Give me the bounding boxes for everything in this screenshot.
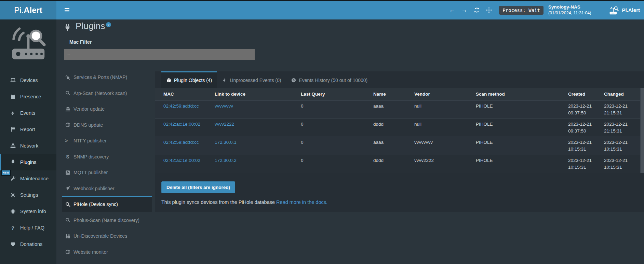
app-name: Pi.Alert [622,7,640,13]
microchip-icon [9,209,16,214]
cell-created: 2023-12-21 09:37:50 [568,119,604,137]
plugin-nav-item-arp-scan[interactable]: Arp-Scan (Network scan) [62,85,152,101]
delete-all-button[interactable]: Delete all (filters are ignored) [161,181,235,193]
cube-icon [166,78,171,83]
hamburger-icon[interactable] [63,5,71,15]
plugin-nav-item-pihole-device-sync[interactable]: PiHole (Device sync) [62,196,152,212]
help-badge[interactable]: ? [106,22,111,27]
host-name: Synology-NAS [548,4,591,10]
column-header-link: Link to device [215,88,301,101]
sidebar-item-plugins[interactable]: Plugins [0,154,56,170]
cell-mac: 02:42:59:ad:fd:cc [155,101,215,119]
column-header-vendor: Vendor [414,88,476,101]
plugin-nav-item-ntfy-publisher[interactable]: >_ NTFY publisher [62,133,152,149]
cell-scan_method: PIHOLE [476,119,568,137]
arrows-move-icon[interactable] [483,1,495,19]
cell-vendor: vvvv2222 [414,155,476,173]
link-link[interactable]: 172.30.0.1 [215,140,237,145]
pialert-logo-art [10,26,46,64]
mac-filter-input[interactable] [64,49,255,60]
plugin-nav-item-mqtt-publisher[interactable]: MQTT publisher [62,164,152,180]
cell-link: 172.30.0.1 [215,137,301,155]
search-icon [64,218,71,223]
cell-scan_method: PIHOLE [476,155,568,173]
question-icon: ? [9,225,16,231]
sidebar-item-network[interactable]: Network [0,138,56,154]
cell-vendor: null [414,101,476,119]
column-header-changed: Changed [604,88,644,101]
tab-events-history[interactable]: Events History (50 out of 10000) [286,71,373,88]
cell-changed: 2023-12-21 21:15:31 [604,119,644,137]
plugin-nav-item-vendor-update[interactable]: Vendor update [62,101,152,117]
bolt-icon [9,110,16,116]
sidebar-item-presence[interactable]: Presence [0,88,56,105]
rss-square-icon [64,170,71,175]
mac-link[interactable]: 02:42:ac:1e:00:02 [163,122,200,127]
refresh-icon[interactable] [470,1,483,19]
satellite-dish-icon [64,75,71,80]
heart-icon [9,241,16,247]
sidebar: Devices Presence Events Report Network P… [0,19,56,264]
sidebar-item-devices[interactable]: Devices [0,72,56,88]
bank-icon [64,107,71,112]
search-icon [64,202,71,207]
main-content: Plugins ? Mac Filter Services & Ports (N… [56,19,644,264]
back-arrow-icon[interactable]: ← [446,1,458,19]
plugin-nav-item-ddns-update[interactable]: DDNS update [62,117,152,133]
sitemap-icon [9,143,16,149]
table-scrollbar[interactable] [640,88,644,173]
plugin-nav-item-website-monitor[interactable]: Website monitor [62,244,152,260]
forward-arrow-icon[interactable]: → [458,1,470,19]
sidebar-menu: Devices Presence Events Report Network P… [0,72,56,252]
cell-last_query: 0 [301,119,373,137]
cell-scan_method: PIHOLE [476,101,568,119]
plugin-nav-item-services-ports[interactable]: Services & Ports (NMAP) [62,69,152,85]
flag-icon [9,127,16,132]
tab-bar: Plugin Objects (4) Unprocessed Events (0… [155,71,644,88]
cell-mac: 02:42:ac:1e:00:02 [155,119,215,137]
sidebar-item-report[interactable]: Report [0,121,56,138]
cell-created: 2023-12-21 09:37:50 [568,101,604,119]
cell-name: dddd [373,155,414,173]
sidebar-item-help-faq[interactable]: ? Help / FAQ [0,220,56,236]
plugin-nav: Services & Ports (NMAP) Arp-Scan (Networ… [62,69,152,260]
sidebar-item-events[interactable]: Events [0,105,56,121]
cell-last_query: 0 [301,137,373,155]
stripe-s-icon: S [64,154,71,159]
sidebar-item-settings[interactable]: Settings [0,187,56,203]
cell-scan_method: PIHOLE [476,137,568,155]
mac-link[interactable]: 02:42:ac:1e:00:02 [163,158,200,163]
brand-logo[interactable]: Pi.Alert [0,1,56,19]
tab-unprocessed-events[interactable]: Unprocessed Events (0) [217,71,286,88]
column-header-name: Name [373,88,414,101]
pi-alert-app: Pi.Alert ← → Process: Wait Synology-NAS … [0,0,644,264]
column-header-created: Created [568,88,604,101]
column-header-last-query: Last Query [301,88,373,101]
table-row: 02:42:ac:1e:00:02172.30.0.20ddddvvvv2222… [155,155,644,173]
globe-icon [64,122,71,127]
cell-changed: 2023-12-21 21:15:31 [604,101,644,119]
plugin-nav-item-pholus-scan[interactable]: Pholus-Scan (Name discovery) [62,212,152,228]
link-link[interactable]: 172.30.0.2 [215,158,237,163]
plugin-nav-item-snmp-discovery[interactable]: S SNMP discovery [62,149,152,165]
cell-created: 2023-12-21 10:15:31 [568,155,604,173]
link-link[interactable]: vvvvvvvv [215,103,233,109]
link-link[interactable]: vvvv2222 [215,122,234,127]
plugin-nav-item-webhook-publisher[interactable]: Webhook publisher [62,180,152,196]
sidebar-item-donations[interactable]: Donations [0,236,56,252]
mac-link[interactable]: 02:42:59:ad:fd:cc [163,103,199,109]
mac-link[interactable]: 02:42:59:ad:fd:cc [163,140,199,145]
cell-vendor: null [414,119,476,137]
plugin-nav-item-undiscoverable-devices[interactable]: Un-Discoverable Devices [62,228,152,244]
plugin-detail-panel: Plugin Objects (4) Unprocessed Events (0… [155,71,644,212]
docs-link[interactable]: Read more in the docs. [276,199,327,205]
sidebar-item-system-info[interactable]: System info [0,203,56,220]
plugin-description-text: This plugin syncs devices from the PiHol… [161,199,275,205]
cell-name: aaaa [373,101,414,119]
table-header-row: MAC Link to device Last Query Name Vendo… [155,88,644,101]
column-header-scan-method: Scan method [476,88,568,101]
cell-name: dddd [373,119,414,137]
column-header-mac: MAC [155,88,215,101]
tab-plugin-objects[interactable]: Plugin Objects (4) [161,71,217,88]
binoculars-icon [64,234,71,239]
